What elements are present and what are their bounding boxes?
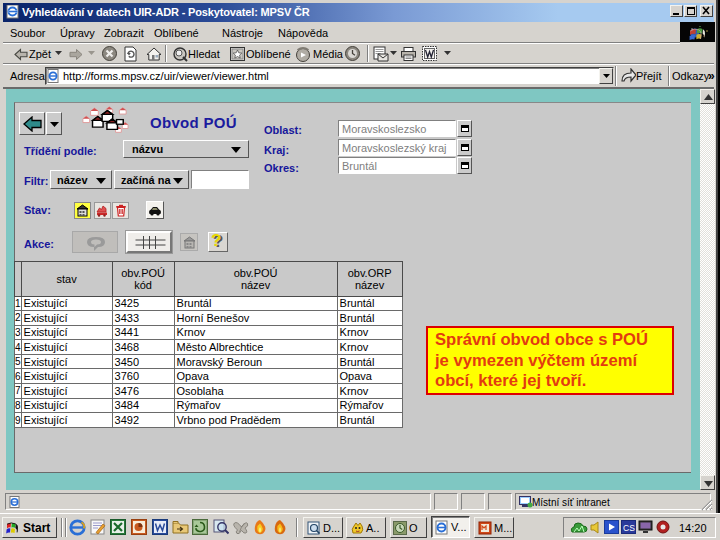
svg-text:CS: CS bbox=[623, 523, 635, 533]
